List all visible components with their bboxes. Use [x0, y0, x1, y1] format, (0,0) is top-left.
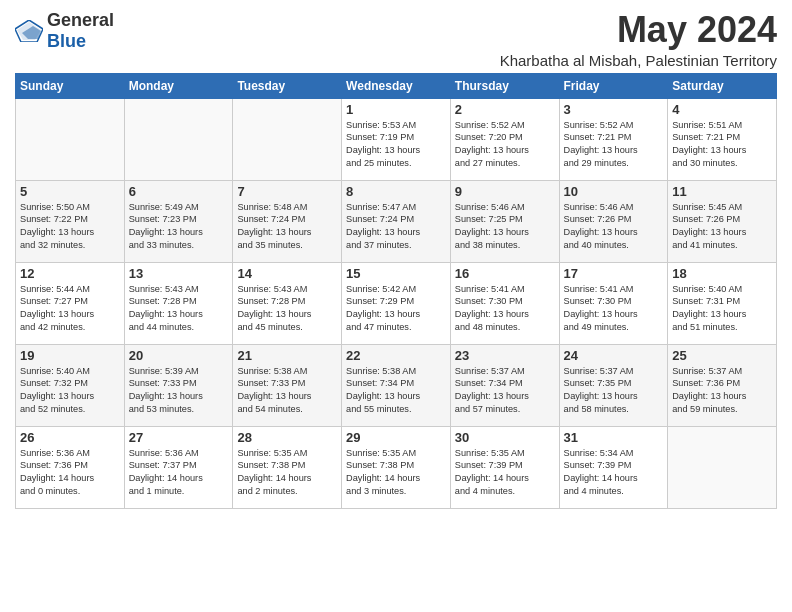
table-row: 15Sunrise: 5:42 AM Sunset: 7:29 PM Dayli…	[342, 262, 451, 344]
calendar-table: Sunday Monday Tuesday Wednesday Thursday…	[15, 73, 777, 509]
table-row	[124, 98, 233, 180]
day-info: Sunrise: 5:43 AM Sunset: 7:28 PM Dayligh…	[237, 283, 337, 335]
location-title: Kharbatha al Misbah, Palestinian Territo…	[500, 52, 777, 69]
table-row: 16Sunrise: 5:41 AM Sunset: 7:30 PM Dayli…	[450, 262, 559, 344]
day-info: Sunrise: 5:35 AM Sunset: 7:38 PM Dayligh…	[346, 447, 446, 499]
day-number: 15	[346, 266, 446, 281]
table-row: 31Sunrise: 5:34 AM Sunset: 7:39 PM Dayli…	[559, 426, 668, 508]
day-number: 4	[672, 102, 772, 117]
table-row: 27Sunrise: 5:36 AM Sunset: 7:37 PM Dayli…	[124, 426, 233, 508]
table-row: 20Sunrise: 5:39 AM Sunset: 7:33 PM Dayli…	[124, 344, 233, 426]
day-number: 21	[237, 348, 337, 363]
calendar-week-row: 12Sunrise: 5:44 AM Sunset: 7:27 PM Dayli…	[16, 262, 777, 344]
table-row: 12Sunrise: 5:44 AM Sunset: 7:27 PM Dayli…	[16, 262, 125, 344]
day-info: Sunrise: 5:37 AM Sunset: 7:34 PM Dayligh…	[455, 365, 555, 417]
table-row: 10Sunrise: 5:46 AM Sunset: 7:26 PM Dayli…	[559, 180, 668, 262]
day-number: 13	[129, 266, 229, 281]
table-row: 7Sunrise: 5:48 AM Sunset: 7:24 PM Daylig…	[233, 180, 342, 262]
col-thursday: Thursday	[450, 73, 559, 98]
day-info: Sunrise: 5:41 AM Sunset: 7:30 PM Dayligh…	[564, 283, 664, 335]
table-row: 13Sunrise: 5:43 AM Sunset: 7:28 PM Dayli…	[124, 262, 233, 344]
calendar-week-row: 19Sunrise: 5:40 AM Sunset: 7:32 PM Dayli…	[16, 344, 777, 426]
day-info: Sunrise: 5:41 AM Sunset: 7:30 PM Dayligh…	[455, 283, 555, 335]
day-number: 26	[20, 430, 120, 445]
calendar-header-row: Sunday Monday Tuesday Wednesday Thursday…	[16, 73, 777, 98]
day-number: 12	[20, 266, 120, 281]
day-number: 16	[455, 266, 555, 281]
table-row: 22Sunrise: 5:38 AM Sunset: 7:34 PM Dayli…	[342, 344, 451, 426]
table-row: 25Sunrise: 5:37 AM Sunset: 7:36 PM Dayli…	[668, 344, 777, 426]
table-row: 5Sunrise: 5:50 AM Sunset: 7:22 PM Daylig…	[16, 180, 125, 262]
month-title: May 2024	[500, 10, 777, 50]
col-friday: Friday	[559, 73, 668, 98]
table-row: 21Sunrise: 5:38 AM Sunset: 7:33 PM Dayli…	[233, 344, 342, 426]
day-number: 30	[455, 430, 555, 445]
day-info: Sunrise: 5:35 AM Sunset: 7:38 PM Dayligh…	[237, 447, 337, 499]
day-info: Sunrise: 5:35 AM Sunset: 7:39 PM Dayligh…	[455, 447, 555, 499]
table-row: 4Sunrise: 5:51 AM Sunset: 7:21 PM Daylig…	[668, 98, 777, 180]
title-block: May 2024 Kharbatha al Misbah, Palestinia…	[500, 10, 777, 69]
day-number: 1	[346, 102, 446, 117]
table-row: 30Sunrise: 5:35 AM Sunset: 7:39 PM Dayli…	[450, 426, 559, 508]
day-info: Sunrise: 5:34 AM Sunset: 7:39 PM Dayligh…	[564, 447, 664, 499]
table-row: 24Sunrise: 5:37 AM Sunset: 7:35 PM Dayli…	[559, 344, 668, 426]
day-info: Sunrise: 5:43 AM Sunset: 7:28 PM Dayligh…	[129, 283, 229, 335]
table-row: 19Sunrise: 5:40 AM Sunset: 7:32 PM Dayli…	[16, 344, 125, 426]
day-number: 7	[237, 184, 337, 199]
day-info: Sunrise: 5:52 AM Sunset: 7:20 PM Dayligh…	[455, 119, 555, 171]
day-number: 31	[564, 430, 664, 445]
day-info: Sunrise: 5:40 AM Sunset: 7:32 PM Dayligh…	[20, 365, 120, 417]
calendar-week-row: 1Sunrise: 5:53 AM Sunset: 7:19 PM Daylig…	[16, 98, 777, 180]
day-info: Sunrise: 5:52 AM Sunset: 7:21 PM Dayligh…	[564, 119, 664, 171]
day-number: 20	[129, 348, 229, 363]
logo-text: General Blue	[47, 10, 114, 52]
col-sunday: Sunday	[16, 73, 125, 98]
main-container: General Blue May 2024 Kharbatha al Misba…	[0, 0, 792, 519]
day-info: Sunrise: 5:39 AM Sunset: 7:33 PM Dayligh…	[129, 365, 229, 417]
table-row	[668, 426, 777, 508]
col-saturday: Saturday	[668, 73, 777, 98]
table-row	[16, 98, 125, 180]
day-number: 14	[237, 266, 337, 281]
calendar-week-row: 26Sunrise: 5:36 AM Sunset: 7:36 PM Dayli…	[16, 426, 777, 508]
day-number: 10	[564, 184, 664, 199]
day-info: Sunrise: 5:46 AM Sunset: 7:26 PM Dayligh…	[564, 201, 664, 253]
table-row: 3Sunrise: 5:52 AM Sunset: 7:21 PM Daylig…	[559, 98, 668, 180]
table-row: 8Sunrise: 5:47 AM Sunset: 7:24 PM Daylig…	[342, 180, 451, 262]
day-number: 22	[346, 348, 446, 363]
table-row: 1Sunrise: 5:53 AM Sunset: 7:19 PM Daylig…	[342, 98, 451, 180]
day-number: 23	[455, 348, 555, 363]
table-row: 26Sunrise: 5:36 AM Sunset: 7:36 PM Dayli…	[16, 426, 125, 508]
day-number: 3	[564, 102, 664, 117]
day-info: Sunrise: 5:48 AM Sunset: 7:24 PM Dayligh…	[237, 201, 337, 253]
day-info: Sunrise: 5:45 AM Sunset: 7:26 PM Dayligh…	[672, 201, 772, 253]
day-info: Sunrise: 5:36 AM Sunset: 7:37 PM Dayligh…	[129, 447, 229, 499]
day-number: 2	[455, 102, 555, 117]
day-info: Sunrise: 5:50 AM Sunset: 7:22 PM Dayligh…	[20, 201, 120, 253]
day-info: Sunrise: 5:38 AM Sunset: 7:34 PM Dayligh…	[346, 365, 446, 417]
day-number: 24	[564, 348, 664, 363]
header: General Blue May 2024 Kharbatha al Misba…	[15, 10, 777, 69]
table-row: 2Sunrise: 5:52 AM Sunset: 7:20 PM Daylig…	[450, 98, 559, 180]
day-info: Sunrise: 5:37 AM Sunset: 7:36 PM Dayligh…	[672, 365, 772, 417]
day-number: 17	[564, 266, 664, 281]
col-wednesday: Wednesday	[342, 73, 451, 98]
table-row: 28Sunrise: 5:35 AM Sunset: 7:38 PM Dayli…	[233, 426, 342, 508]
day-number: 19	[20, 348, 120, 363]
table-row: 29Sunrise: 5:35 AM Sunset: 7:38 PM Dayli…	[342, 426, 451, 508]
day-info: Sunrise: 5:53 AM Sunset: 7:19 PM Dayligh…	[346, 119, 446, 171]
day-info: Sunrise: 5:47 AM Sunset: 7:24 PM Dayligh…	[346, 201, 446, 253]
logo-icon	[15, 20, 43, 42]
day-number: 11	[672, 184, 772, 199]
table-row: 18Sunrise: 5:40 AM Sunset: 7:31 PM Dayli…	[668, 262, 777, 344]
table-row: 9Sunrise: 5:46 AM Sunset: 7:25 PM Daylig…	[450, 180, 559, 262]
day-number: 5	[20, 184, 120, 199]
col-tuesday: Tuesday	[233, 73, 342, 98]
day-number: 6	[129, 184, 229, 199]
day-info: Sunrise: 5:40 AM Sunset: 7:31 PM Dayligh…	[672, 283, 772, 335]
day-info: Sunrise: 5:36 AM Sunset: 7:36 PM Dayligh…	[20, 447, 120, 499]
calendar-week-row: 5Sunrise: 5:50 AM Sunset: 7:22 PM Daylig…	[16, 180, 777, 262]
day-info: Sunrise: 5:49 AM Sunset: 7:23 PM Dayligh…	[129, 201, 229, 253]
day-info: Sunrise: 5:46 AM Sunset: 7:25 PM Dayligh…	[455, 201, 555, 253]
day-number: 9	[455, 184, 555, 199]
